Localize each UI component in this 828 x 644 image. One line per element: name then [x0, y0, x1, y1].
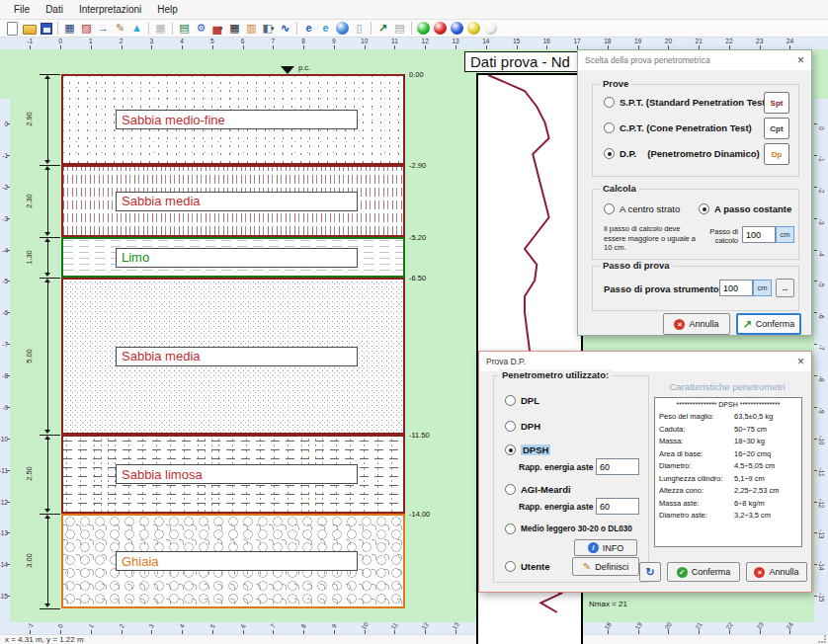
- ruler-number: 23: [752, 38, 768, 44]
- cone-icon[interactable]: ▲: [128, 21, 145, 37]
- caratteristica-label: Altezza cono:: [659, 485, 734, 498]
- cpt-radio[interactable]: [604, 122, 615, 133]
- section-icon[interactable]: ◧▾: [260, 21, 277, 37]
- save-icon[interactable]: [38, 21, 54, 37]
- dropdown-caret-icon[interactable]: ▾: [219, 25, 223, 32]
- menu-interpretazioni[interactable]: Interpretazioni: [71, 2, 149, 17]
- ruler-number: 5: [205, 38, 220, 44]
- yellow-ball-icon[interactable]: [465, 21, 482, 37]
- ruler-tick: [7, 407, 10, 408]
- archive-icon[interactable]: ▯: [351, 21, 368, 37]
- annulla-button-scelta[interactable]: × Annulla: [663, 313, 730, 335]
- dropdown-caret-icon[interactable]: ▾: [271, 25, 275, 32]
- book-icon[interactable]: ▥: [243, 21, 260, 37]
- dpl-radio[interactable]: [505, 395, 516, 406]
- report-icon[interactable]: ▤: [176, 21, 193, 37]
- dpsh-radio[interactable]: [505, 444, 516, 455]
- dp-radio[interactable]: [604, 148, 615, 159]
- boundary-tick: [40, 435, 60, 436]
- annulla-button-dp[interactable]: × Annulla: [746, 562, 807, 582]
- passo-stepper-button[interactable]: ↔: [776, 279, 794, 297]
- ruler-number: -13: [818, 527, 825, 539]
- red-ball-icon[interactable]: [432, 21, 449, 37]
- soil-layer-2[interactable]: Sabbia media: [61, 165, 405, 237]
- toolbar-separator: [296, 22, 297, 35]
- close-icon[interactable]: ×: [797, 356, 804, 367]
- line-chart-icon[interactable]: ∿: [277, 21, 293, 37]
- ruler-number: 0: [818, 119, 825, 130]
- world-icon[interactable]: [334, 21, 351, 37]
- caratteristica-row: Massa:18÷30 kg: [659, 436, 797, 448]
- rapp-energia-input-agi[interactable]: [596, 498, 639, 515]
- close-icon[interactable]: ×: [797, 54, 804, 66]
- open-folder-icon[interactable]: [21, 21, 38, 37]
- dimension-line: [47, 439, 48, 510]
- ruler-vertical-left[interactable]: 0-1-2-3-4-5-6-7-8-9-10-11-12-13-14-15-16…: [0, 99, 10, 644]
- html-export-icon[interactable]: e: [300, 21, 317, 37]
- image-icon[interactable]: ▨: [78, 21, 95, 37]
- dph-radio[interactable]: [505, 421, 516, 432]
- dp-button[interactable]: Dp: [764, 143, 789, 165]
- passo-costante-radio[interactable]: [699, 203, 709, 214]
- passo-prova-input[interactable]: [719, 280, 753, 296]
- medio-leggero-radio[interactable]: [505, 523, 516, 534]
- soil-layer-4[interactable]: Sabbia media: [61, 278, 405, 435]
- export-graph-icon[interactable]: ↗: [374, 21, 391, 37]
- conferma-button-dp[interactable]: ✓ Conferma: [667, 562, 740, 582]
- ruler-tick: [7, 532, 10, 533]
- spt-radio[interactable]: [604, 97, 615, 108]
- refresh-icon: ↻: [645, 566, 654, 579]
- boundary-tick: [40, 74, 60, 75]
- rapp-energia-input-dpsh[interactable]: [596, 458, 639, 475]
- forward-icon[interactable]: →: [95, 21, 112, 37]
- passo-calcolo-input[interactable]: [742, 226, 776, 243]
- menu-file[interactable]: File: [6, 2, 38, 17]
- ruler-tick: [7, 470, 10, 471]
- caratteristica-value: 50÷75 cm: [734, 424, 767, 437]
- definisci-button[interactable]: ✎ Definisci: [572, 557, 639, 576]
- green-ball-icon[interactable]: [415, 21, 432, 37]
- table-icon[interactable]: ▦: [226, 21, 243, 37]
- cpt-button[interactable]: Cpt: [764, 118, 789, 139]
- browser-icon[interactable]: e: [317, 21, 334, 37]
- refresh-button[interactable]: ↻: [639, 562, 661, 582]
- white-ball-icon[interactable]: [482, 21, 499, 37]
- utente-radio[interactable]: [505, 561, 516, 572]
- ruler-number: 18: [600, 38, 616, 44]
- soil-layer-6[interactable]: Ghiaia: [61, 514, 405, 608]
- ruler-vertical-right[interactable]: 0-1-2-3-4-5-6-7-8-9-10-11-12-13-14-15-16…: [814, 99, 828, 644]
- info-button[interactable]: i INFO: [574, 539, 637, 556]
- menu-help[interactable]: Help: [149, 2, 186, 17]
- rapp-energia-label-agi: Rapp. energia aste: [519, 502, 594, 512]
- gear-globe-icon[interactable]: ⚙: [193, 21, 209, 37]
- caratteristiche-header-line: *************** DPSH ***************: [659, 401, 797, 408]
- soil-layer-5[interactable]: Sabbia limosa: [61, 435, 405, 514]
- conferma-button-scelta[interactable]: ↗ Conferma: [736, 313, 801, 335]
- agi-meardi-radio[interactable]: [505, 484, 516, 495]
- grid-disabled-icon[interactable]: ▦: [152, 21, 169, 37]
- ruler-horizontal-bottom[interactable]: -101234567891011121314151617181920212223…: [0, 622, 828, 634]
- export-table-icon[interactable]: ▦: [61, 21, 78, 37]
- centro-strato-radio[interactable]: [604, 203, 615, 214]
- depth-label: 0.00: [409, 70, 424, 79]
- passo-prova-legend: Passo di prova: [600, 260, 673, 271]
- soil-layer-1[interactable]: Sabbia medio-fine: [61, 74, 405, 165]
- dimension-arrow-down: [44, 273, 50, 277]
- menu-dati[interactable]: Dati: [38, 2, 71, 17]
- spt-button[interactable]: Spt: [764, 92, 789, 114]
- histogram-icon[interactable]: ▅▾: [209, 21, 226, 37]
- nmax-label: Nmax = 21: [589, 600, 627, 608]
- depth-label: -6.50: [409, 274, 426, 282]
- ruler-number: -15: [818, 591, 825, 603]
- dialog-title-bar[interactable]: Prova D.P. ×: [479, 352, 811, 371]
- resize-grip[interactable]: [818, 635, 826, 643]
- print-disabled-icon[interactable]: ▤: [391, 21, 408, 37]
- soil-layer-3[interactable]: Limo: [61, 237, 405, 278]
- ruler-horizontal-top[interactable]: -101234567891011121314151617181920212223…: [0, 38, 828, 49]
- edit-page-icon[interactable]: ✎: [112, 21, 128, 37]
- new-document-icon[interactable]: [4, 21, 21, 37]
- caratteristica-value: 18÷30 kg: [734, 436, 765, 448]
- blue-ball-icon[interactable]: [449, 21, 465, 37]
- ruler-number: -11: [818, 464, 825, 476]
- dialog-title-bar[interactable]: Scelta della prova penetrometrica ×: [578, 50, 811, 70]
